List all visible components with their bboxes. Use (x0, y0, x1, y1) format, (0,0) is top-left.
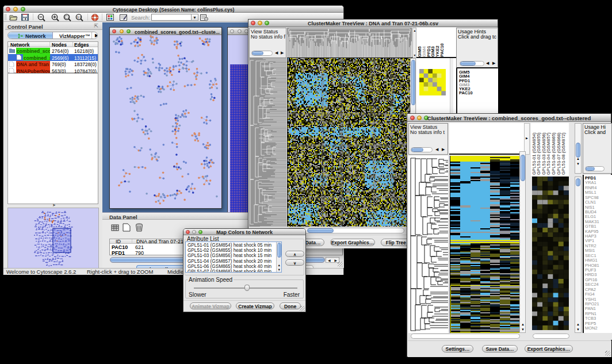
svg-text:GPL51-08 (GSM872): GPL51-08 (GSM872) (561, 132, 566, 175)
svg-text:1:1: 1:1 (77, 16, 81, 19)
svg-text:PAC10: PAC10 (439, 43, 445, 57)
